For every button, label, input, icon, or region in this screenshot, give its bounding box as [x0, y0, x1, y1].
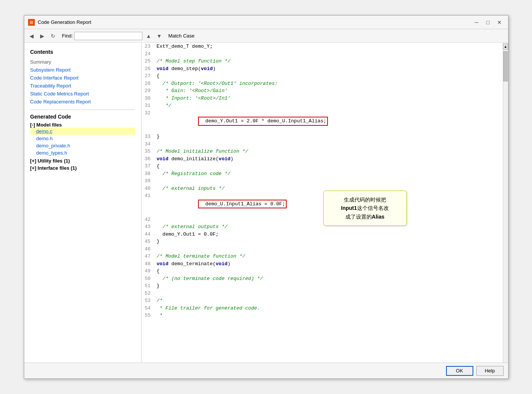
- line-number: 55: [142, 312, 155, 319]
- code-area[interactable]: 23 ExtY_demo_T demo_Y; 24 25 /* Model st…: [142, 43, 503, 363]
- demo-c-item[interactable]: demo.c: [30, 128, 135, 135]
- line-number: 27: [142, 72, 155, 80]
- static-code-metrics-link[interactable]: Static Code Metrics Report: [30, 90, 135, 98]
- table-row: 41 demo_U.Input1_Alias = 0.0F;: [142, 192, 503, 216]
- table-row: 27 {: [142, 72, 503, 80]
- table-row: 51 }: [142, 282, 503, 290]
- line-number: 35: [142, 148, 155, 155]
- table-row: 48 void demo_terminate(void): [142, 260, 503, 268]
- code-interface-report-link[interactable]: Code Interface Report: [30, 74, 135, 82]
- callout-tooltip: 生成代码的时候把 Input1这个信号名改 成了设置的Alias: [323, 191, 407, 226]
- table-row: 50 /* (no terminate code required) */: [142, 275, 503, 283]
- titlebar: Code Generation Report ─ □ ✕: [24, 16, 508, 29]
- scroll-thumb[interactable]: [503, 51, 508, 81]
- find-prev-button[interactable]: ▲: [144, 31, 153, 41]
- line-code: /* Registration code */: [155, 170, 503, 178]
- main-window: Code Generation Report ─ □ ✕ ◀ ▶ ↻ Find:…: [24, 15, 509, 379]
- table-row: 42: [142, 216, 503, 224]
- scroll-up-arrow[interactable]: ▲: [503, 44, 508, 50]
- line-code: {: [155, 72, 503, 80]
- line-code: demo_Y.Out1 = 2.0F * demo_U.Input1_Alias…: [155, 109, 503, 133]
- line-number: 34: [142, 141, 155, 148]
- table-row: 31 */: [142, 102, 503, 109]
- line-number: 42: [142, 216, 155, 224]
- table-row: 45 }: [142, 238, 503, 245]
- table-row: 55 *: [142, 312, 503, 319]
- vertical-scrollbar[interactable]: ▲: [503, 43, 508, 363]
- line-code: void demo_terminate(void): [155, 260, 503, 268]
- line-number: 23: [142, 43, 155, 50]
- callout-text-1: 生成代码的时候把: [344, 197, 386, 203]
- line-number: 43: [142, 223, 155, 231]
- table-row: 44 demo_Y.Out1 = 0.0F;: [142, 231, 503, 238]
- line-number: 47: [142, 253, 155, 260]
- line-code: }: [155, 133, 503, 141]
- help-button[interactable]: Help: [476, 366, 504, 376]
- demo-types-h-link[interactable]: demo_types.h: [36, 150, 67, 156]
- line-code: /* (no terminate code required) */: [155, 275, 503, 283]
- find-input[interactable]: [74, 32, 142, 40]
- line-number: 26: [142, 65, 155, 73]
- table-row: 52: [142, 290, 503, 297]
- table-row: 39: [142, 177, 503, 185]
- line-number: 25: [142, 58, 155, 65]
- minimize-button[interactable]: ─: [472, 19, 482, 26]
- line-code: */: [155, 102, 503, 109]
- titlebar-left: Code Generation Report: [28, 19, 92, 26]
- line-number: 24: [142, 50, 155, 58]
- code-replacements-link[interactable]: Code Replacements Report: [30, 98, 135, 106]
- table-row: 33 }: [142, 133, 503, 141]
- traceability-report-link[interactable]: Traceability Report: [30, 82, 135, 90]
- refresh-button[interactable]: ↻: [48, 31, 58, 41]
- interface-files-toggle[interactable]: [+] Interface files (1): [30, 165, 135, 171]
- line-code: *: [155, 312, 503, 319]
- utility-files-toggle[interactable]: [+] Utility files (1): [30, 158, 135, 164]
- generated-code-title: Generated Code: [30, 114, 135, 120]
- svg-rect-1: [30, 21, 33, 24]
- callout-text-3: 成了设置的: [345, 214, 372, 220]
- demo-h-item[interactable]: demo.h: [30, 135, 135, 142]
- callout-text-bold-1: Input1: [341, 205, 357, 211]
- demo-c-link[interactable]: demo.c: [36, 128, 53, 134]
- table-row: 37 {: [142, 163, 503, 170]
- maximize-button[interactable]: □: [483, 19, 493, 26]
- forward-button[interactable]: ▶: [38, 31, 47, 41]
- ok-button[interactable]: OK: [446, 366, 473, 376]
- table-row: 29 * Gain: '<Root>/Gain': [142, 87, 503, 95]
- table-row: 47 /* Model terminate function */: [142, 253, 503, 260]
- line-code: /* Model terminate function */: [155, 253, 503, 260]
- table-row: 35 /* Model initialize function */: [142, 148, 503, 155]
- line-code: [155, 50, 503, 58]
- line-code: /* Model step function */: [155, 58, 503, 65]
- line-number: 28: [142, 80, 155, 88]
- demo-private-h-item[interactable]: demo_private.h: [30, 142, 135, 149]
- model-files-toggle[interactable]: [-] Model files: [30, 122, 135, 128]
- callout-text-2: 这个信号名改: [357, 205, 389, 211]
- main-content: Contents Summary Subsystem Report Code I…: [24, 43, 508, 363]
- back-button[interactable]: ◀: [27, 31, 36, 41]
- demo-private-h-link[interactable]: demo_private.h: [36, 143, 70, 149]
- demo-types-h-item[interactable]: demo_types.h: [30, 149, 135, 156]
- interface-files-section: [+] Interface files (1): [30, 165, 135, 171]
- toolbar: ◀ ▶ ↻ Find: ▲ ▼ Match Case: [24, 29, 508, 43]
- line-code: /* Outport: '<Root>/Out1' incorporates:: [155, 80, 503, 88]
- close-button[interactable]: ✕: [495, 19, 504, 26]
- line-number: 44: [142, 231, 155, 238]
- callout-text-bold-2: Alias: [372, 214, 384, 220]
- line-code: /*: [155, 297, 503, 305]
- find-next-button[interactable]: ▼: [154, 31, 164, 41]
- line-code: * Gain: '<Root>/Gain': [155, 87, 503, 95]
- line-code: * Inport: '<Root>/In1': [155, 95, 503, 102]
- table-row: 26 void demo_step(void): [142, 65, 503, 73]
- line-code: demo_Y.Out1 = 0.0F;: [155, 231, 503, 238]
- line-code: }: [155, 238, 503, 245]
- sidebar: Contents Summary Subsystem Report Code I…: [24, 43, 142, 363]
- line-number: 46: [142, 245, 155, 253]
- table-row: 46: [142, 245, 503, 253]
- line-number: 50: [142, 275, 155, 283]
- line-number: 30: [142, 95, 155, 102]
- line-number: 51: [142, 282, 155, 290]
- subsystem-report-link[interactable]: Subsystem Report: [30, 66, 135, 74]
- summary-label: Summary: [30, 58, 135, 66]
- demo-h-link[interactable]: demo.h: [36, 136, 53, 141]
